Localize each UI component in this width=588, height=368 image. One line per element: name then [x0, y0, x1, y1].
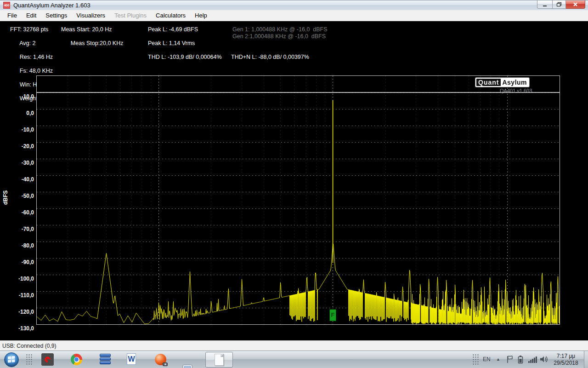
stack-bar — [100, 361, 111, 364]
stack-bar — [100, 357, 111, 361]
quantasylum-logo: QuantAsylum — [475, 78, 529, 87]
measure-range-info: Meas Start: 20,0 Hz Meas Stop:20,0 KHz — [61, 26, 124, 54]
peak-dbfs-readout: Peak L: -4,69 dBFS — [148, 26, 198, 33]
document-icon — [215, 354, 224, 366]
status-bar: USB: Connected (0,9) — [0, 340, 588, 351]
window-titlebar: 400 QuantAsylum Analyzer 1.603 — [0, 0, 588, 10]
close-icon — [573, 2, 578, 7]
usb-status-label: USB: Connected (0,9) — [2, 343, 56, 349]
tray-grip — [472, 354, 480, 366]
flag-icon — [506, 355, 514, 363]
active-window-taskbar-button[interactable] — [205, 352, 233, 368]
sphere-glyph — [155, 354, 166, 365]
media-sphere-app-icon[interactable] — [155, 354, 166, 365]
app-icon: 400 — [3, 2, 10, 9]
taskbar-clock[interactable]: 7:17 μμ 29/5/2018 — [551, 353, 581, 367]
action-center-flag-icon[interactable] — [506, 355, 514, 365]
camera-glyph — [163, 362, 168, 366]
menu-item[interactable]: File — [3, 11, 22, 20]
red-c-app-icon[interactable] — [41, 353, 54, 366]
start-button[interactable] — [4, 352, 19, 368]
y-tick-label: -90,0 — [1, 259, 34, 265]
windows-start-orb-icon — [4, 352, 19, 368]
y-tick-label: -10,0 — [1, 126, 34, 133]
thdn-readout: THD+N L: -88,0 dB/ 0,00397% — [231, 54, 309, 60]
restore-button[interactable] — [552, 0, 566, 9]
calculator-display-glyph — [184, 366, 191, 368]
fs-readout: Fs: 48,0 KHz — [20, 68, 53, 74]
show-desktop-button[interactable] — [584, 351, 588, 368]
menu-item[interactable]: Settings — [41, 11, 72, 20]
battery-icon[interactable] — [518, 355, 523, 366]
y-tick-label: -40,0 — [1, 176, 34, 183]
chrome-glyph — [71, 354, 82, 365]
fft-readout: FFT: 32768 pts — [10, 26, 48, 33]
peak-vrms-readout: Peak L: 1,14 Vrms — [148, 40, 195, 46]
y-tick-label: -120,0 — [1, 309, 34, 315]
res-readout: Res: 1,46 Hz — [20, 54, 53, 60]
menu-item[interactable]: Visualizers — [72, 11, 110, 20]
menu-item[interactable]: Help — [190, 11, 212, 20]
y-tick-label: -110,0 — [1, 292, 34, 299]
logo-asylum-text: Asylum — [501, 79, 528, 86]
word-page-glyph: W — [127, 353, 136, 365]
y-tick-label: -30,0 — [1, 160, 34, 166]
taskbar: W EN ▲ — [0, 351, 588, 368]
y-tick-label: -20,0 — [1, 143, 34, 150]
y-tick-label: -70,0 — [1, 226, 34, 232]
stack-bar — [100, 354, 111, 357]
y-tick-label: -130,0 — [1, 325, 34, 332]
network-signal-icon[interactable] — [528, 356, 537, 365]
menu-item[interactable]: Calculators — [151, 11, 190, 20]
clock-date: 29/5/2018 — [551, 360, 581, 367]
logo-quant-text: Quant — [476, 79, 501, 86]
volume-icon[interactable] — [540, 355, 549, 365]
blue-stack-app-icon[interactable] — [100, 353, 111, 365]
menu-bar: File Edit Settings Visualizers Test Plug… — [0, 10, 588, 21]
minimize-button[interactable] — [537, 0, 552, 9]
show-hidden-icons-chevron[interactable]: ▲ — [496, 357, 500, 362]
speaker-glyph — [540, 355, 549, 363]
calculator-icon[interactable] — [182, 365, 192, 368]
gen1-readout: Gen 1: 1,000488 KHz @ -16,0 dBFS — [232, 26, 328, 33]
red-c-glyph — [43, 355, 51, 363]
y-tick-label: -100,0 — [1, 276, 34, 282]
thd-readout: THD L: -103,9 dB/ 0,00064% — [148, 54, 222, 60]
y-tick-label: 10,0 — [1, 93, 34, 100]
device-version-label: QA401 v1.603 — [500, 88, 532, 93]
y-axis-title: dBFS — [2, 186, 9, 205]
menu-item[interactable]: Test Plugins — [110, 11, 151, 20]
spectrum-canvas[interactable] — [37, 76, 560, 324]
y-tick-label: -60,0 — [1, 209, 34, 216]
analyzer-main: FFT: 32768 pts Avg: 2 Res: 1,46 Hz Fs: 4… — [0, 21, 588, 340]
language-indicator[interactable]: EN — [483, 356, 491, 362]
gen2-readout: Gen 2:1,000488 KHz @ -16,0 dBFS — [232, 33, 326, 40]
window-title: QuantAsylum Analyzer 1.603 — [13, 2, 90, 9]
desktop-screen: 400 QuantAsylum Analyzer 1.603 File Edit — [0, 0, 588, 368]
clock-time: 7:17 μμ — [551, 353, 581, 360]
avg-readout: Avg: 2 — [19, 40, 35, 46]
chrome-icon[interactable] — [71, 354, 82, 365]
restore-icon — [556, 2, 562, 7]
battery-glyph — [518, 355, 523, 364]
y-tick-label: 0,0 — [1, 110, 34, 116]
minimize-icon — [542, 2, 548, 7]
close-button[interactable] — [566, 0, 585, 9]
menu-item[interactable]: Edit — [22, 11, 41, 20]
window-controls — [537, 0, 585, 9]
signal-bars-glyph — [528, 356, 537, 363]
taskbar-grip — [26, 354, 33, 366]
y-tick-label: -80,0 — [1, 242, 34, 249]
meas-start-readout: Meas Start: 20,0 Hz — [61, 26, 112, 33]
meas-stop-readout: Meas Stop:20,0 KHz — [71, 40, 124, 46]
